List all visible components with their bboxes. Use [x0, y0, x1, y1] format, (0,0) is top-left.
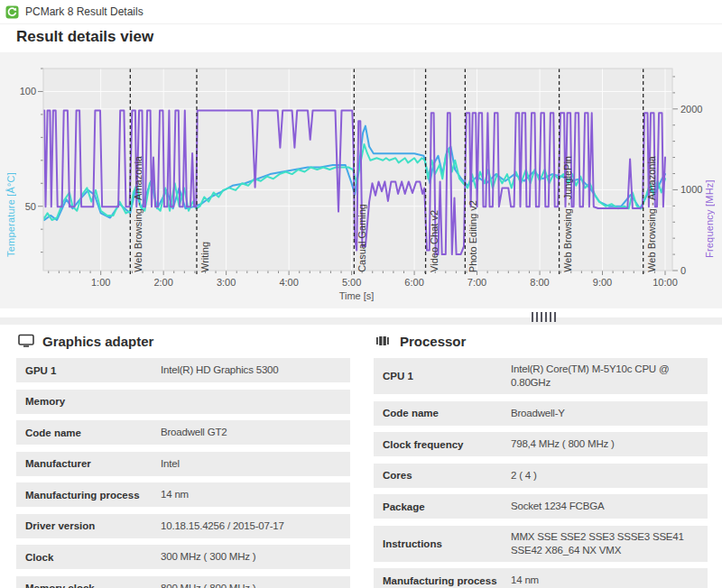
graphics-adapter-title: Graphics adapter: [42, 334, 153, 349]
chart-section-label: Video Chat v2: [429, 210, 440, 272]
processor-header: Processor: [375, 333, 708, 349]
table-row: CPU 1Intel(R) Core(TM) M-5Y10c CPU @ 0.8…: [374, 358, 708, 394]
page-title: Result details view: [16, 28, 153, 46]
chart-section-label: Casual Gaming: [356, 204, 367, 272]
table-row: Manufacturing process14 nm: [16, 482, 350, 507]
time-tick-label: 3:00: [205, 276, 248, 289]
time-tick-label: 5:00: [330, 276, 374, 289]
row-value: 800 MHz ( 800 MHz ): [161, 577, 350, 588]
splitter-bar: [0, 317, 722, 325]
row-label: Cores: [374, 470, 511, 481]
processor-title: Processor: [400, 334, 466, 349]
row-label: Code name: [374, 408, 511, 418]
table-row: Memory: [16, 390, 350, 414]
pcmark-result-details-window: { "window": { "title": "PCMark 8 Result …: [0, 0, 722, 588]
table-row: Clock300 MHz ( 300 MHz ): [16, 545, 350, 569]
row-label: Instructions: [374, 538, 511, 549]
processor-table: Processor CPU 1Intel(R) Core(TM) M-5Y10c…: [374, 326, 708, 588]
row-value: Intel(R) Core(TM) M-5Y10c CPU @ 0.80GHz: [511, 358, 708, 394]
row-value: 14 nm: [511, 569, 708, 588]
table-row: Driver version10.18.15.4256 / 2015-07-17: [16, 514, 350, 538]
chart-band: Temperature [Å°C] Frequency [MHz] Time […: [0, 52, 722, 308]
processor-rows: CPU 1Intel(R) Core(TM) M-5Y10c CPU @ 0.8…: [374, 358, 708, 588]
row-value: 10.18.15.4256 / 2015-07-17: [161, 515, 350, 537]
frequency-tick-label: 1000: [680, 183, 717, 196]
row-value: 300 MHz ( 300 MHz ): [161, 546, 350, 568]
time-tick-label: 1:00: [79, 276, 123, 289]
row-value: 14 nm: [161, 483, 350, 506]
pcmark-app-icon: [5, 5, 19, 19]
chip-icon: [375, 334, 392, 348]
row-value: Broadwell-Y: [511, 402, 708, 425]
row-label: GPU 1: [16, 365, 161, 376]
frequency-tick-label: 0: [680, 264, 717, 277]
window-titlebar: PCMark 8 Result Details: [0, 0, 722, 24]
table-row: Code nameBroadwell GT2: [16, 420, 350, 445]
table-row: Code nameBroadwell-Y: [374, 401, 708, 426]
monitor-icon: [18, 334, 34, 348]
row-label: Clock frequency: [374, 439, 511, 450]
time-tick-label: 10:00: [643, 276, 687, 289]
row-label: Driver version: [16, 520, 161, 531]
row-label: CPU 1: [374, 371, 511, 381]
row-value: MMX SSE SSE2 SSE3 SSSE3 SSE41 SSE42 X86_…: [511, 526, 708, 562]
row-label: Manufacturing process: [374, 575, 511, 586]
table-row: PackageSocket 1234 FCBGA: [374, 494, 708, 519]
graphics-adapter-table: Graphics adapter GPU 1Intel(R) HD Graphi…: [16, 326, 350, 588]
chart-section-label: Web Browsing - Amazonia: [646, 156, 657, 272]
x-axis-title: Time [s]: [298, 290, 415, 301]
row-value: Intel: [161, 453, 350, 475]
time-tick-label: 9:00: [581, 276, 625, 289]
row-label: Manufacturer: [16, 458, 161, 469]
table-row: Manufacturing process14 nm: [374, 568, 708, 588]
table-row: InstructionsMMX SSE SSE2 SSE3 SSSE3 SSE4…: [374, 526, 708, 562]
table-row: GPU 1Intel(R) HD Graphics 5300: [16, 358, 350, 382]
chart-section-label: Web Browsing - Amazonia: [133, 156, 143, 272]
row-value: 2 ( 4 ): [511, 464, 708, 487]
time-tick-label: 8:00: [518, 276, 561, 289]
row-label: Manufacturing process: [16, 490, 161, 501]
time-tick-label: 6:00: [393, 276, 436, 289]
temperature-tick-label: 50: [0, 200, 36, 213]
time-tick-label: 4:00: [267, 276, 310, 289]
time-tick-label: 2:00: [142, 276, 185, 289]
time-tick-label: 7:00: [456, 276, 499, 289]
table-row: Clock frequency798,4 MHz ( 800 MHz ): [374, 432, 708, 456]
row-value: 798,4 MHz ( 800 MHz ): [511, 433, 708, 455]
row-value: Intel(R) HD Graphics 5300: [161, 359, 350, 381]
table-row: Cores2 ( 4 ): [374, 464, 708, 488]
table-row: Memory clock800 MHz ( 800 MHz ): [16, 576, 350, 588]
row-label: Code name: [16, 427, 161, 438]
row-value: Socket 1234 FCBGA: [511, 495, 708, 518]
row-label: Package: [374, 501, 511, 512]
row-value: Broadwell GT2: [161, 421, 350, 444]
row-label: Memory: [16, 396, 161, 407]
temperature-tick-label: 100: [0, 85, 36, 97]
table-row: ManufacturerIntel: [16, 452, 350, 476]
row-label: Clock: [16, 552, 161, 563]
chart-section-label: Photo Editing v2: [467, 200, 478, 272]
temperature-axis-title: Temperature [Å°C]: [5, 142, 16, 287]
system-info-tables: Graphics adapter GPU 1Intel(R) HD Graphi…: [16, 326, 708, 588]
row-value: [161, 397, 350, 406]
chart-section-label: Writing: [199, 242, 210, 272]
graphics-adapter-header: Graphics adapter: [18, 333, 350, 349]
row-label: Memory clock: [16, 583, 161, 588]
window-title: PCMark 8 Result Details: [25, 5, 143, 18]
graphics-adapter-rows: GPU 1Intel(R) HD Graphics 5300MemoryCode…: [16, 358, 350, 588]
frequency-tick-label: 2000: [680, 103, 717, 115]
chart-section-label: Web Browsing - JunglePin: [562, 156, 573, 272]
splitter-grip-icon[interactable]: [528, 310, 559, 323]
